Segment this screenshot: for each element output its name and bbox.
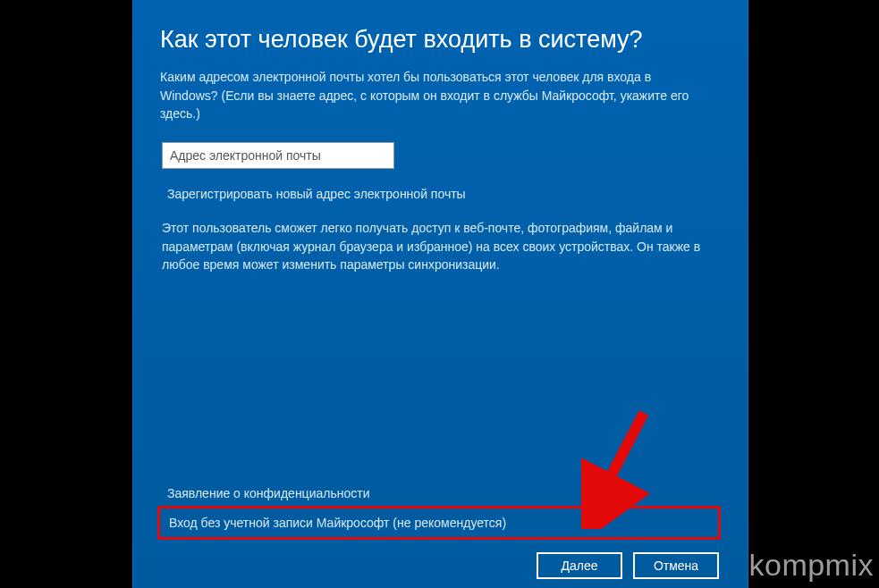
dialog-description: Каким адресом электронной почты хотел бы…	[160, 68, 697, 122]
cancel-button[interactable]: Отмена	[633, 552, 719, 579]
sign-in-without-microsoft-account-link[interactable]: Вход без учетной записи Майкрософт (не р…	[157, 506, 721, 540]
add-user-dialog: Как этот человек будет входить в систему…	[132, 0, 748, 588]
sync-info-text: Этот пользователь сможет легко получать …	[162, 219, 716, 273]
button-row: Далее Отмена	[160, 552, 721, 588]
privacy-statement-link[interactable]: Заявление о конфиденциальности	[167, 486, 721, 500]
email-input[interactable]	[162, 142, 394, 169]
register-new-email-link[interactable]: Зарегистрировать новый адрес электронной…	[167, 187, 721, 201]
dialog-heading: Как этот человек будет входить в систему…	[160, 25, 721, 54]
watermark-text: kompmix	[748, 548, 874, 583]
next-button[interactable]: Далее	[537, 552, 622, 579]
